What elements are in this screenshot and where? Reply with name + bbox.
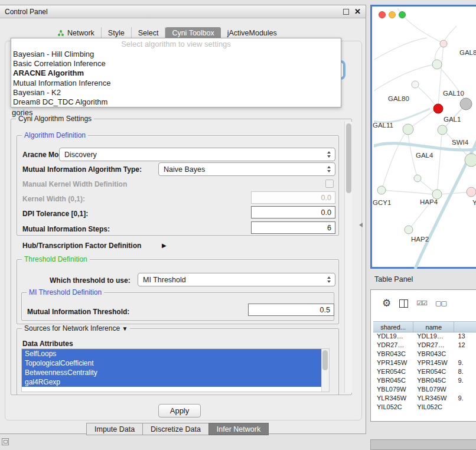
cell[interactable]: 8. <box>454 368 476 375</box>
node-label[interactable]: GAL8 <box>459 49 476 56</box>
attribute-item-selected[interactable]: BetweennessCentrality <box>22 368 322 377</box>
columns-icon[interactable] <box>399 299 408 308</box>
dropdown-item[interactable]: Bayesian - Hill Climbing <box>11 50 341 59</box>
node-label[interactable]: GAL10 <box>443 90 464 97</box>
gear-icon[interactable]: ⚙ <box>382 298 391 308</box>
tab-cyni-toolbox[interactable]: Cyni Toolbox <box>165 27 220 39</box>
node-label[interactable]: SWI4 <box>452 139 468 146</box>
cell[interactable]: YER054C <box>413 368 454 375</box>
cell[interactable]: YBR045C <box>413 377 454 384</box>
node-label[interactable]: GCY1 <box>373 199 391 206</box>
aracne-mode-combobox[interactable]: Discovery <box>59 148 335 161</box>
node[interactable] <box>432 190 442 199</box>
dropdown-item[interactable]: Dream8 DC_TDC Algorithm <box>11 97 341 107</box>
panel-collapse-handle-icon[interactable] <box>359 223 363 227</box>
column-header-name[interactable]: name <box>413 322 454 332</box>
attribute-item-selected[interactable]: SelfLoops <box>22 349 322 358</box>
node-label[interactable]: GAL4 <box>416 152 433 159</box>
minimize-window-button[interactable] <box>389 11 396 18</box>
cell[interactable]: YDR27… <box>413 341 454 348</box>
cell[interactable]: YLR345W <box>413 394 454 402</box>
table-row[interactable]: YDR27… YDR27… 12 <box>373 340 476 349</box>
cell[interactable]: YDL19… <box>413 332 454 340</box>
dropdown-item[interactable]: Bayesian - K2 <box>11 88 341 97</box>
node-label[interactable]: Y <box>472 199 476 206</box>
cell[interactable]: YIL052C <box>413 403 454 410</box>
node[interactable] <box>440 40 447 47</box>
cell[interactable]: YPR145W <box>373 359 413 366</box>
table-row[interactable]: YLR345W YLR345W 9. <box>373 393 476 402</box>
tab-style[interactable]: Style <box>102 27 132 39</box>
node[interactable] <box>405 226 413 234</box>
kernel-width-field[interactable]: 0.0 <box>251 191 335 204</box>
scrollbar-thumb[interactable] <box>346 123 351 193</box>
which-threshold-combobox[interactable]: MI Threshold <box>138 273 335 286</box>
node-label[interactable]: GAL1 <box>444 116 461 123</box>
restore-panel-icon[interactable] <box>2 438 9 445</box>
attribute-list-scrollbar[interactable] <box>321 349 329 392</box>
table-row[interactable]: YBR045C YBR045C 9. <box>373 376 476 384</box>
node-label[interactable]: HAP4 <box>420 198 438 206</box>
scrollbar-thumb[interactable] <box>322 350 328 370</box>
dropdown-item-selected[interactable]: ARACNE Algorithm <box>11 69 341 78</box>
node-label[interactable]: GAL80 <box>388 95 409 102</box>
tab-discretize-data[interactable]: Discretize Data <box>142 423 209 435</box>
node[interactable] <box>414 175 421 182</box>
cell[interactable]: YBL079W <box>373 386 413 393</box>
cell[interactable]: 13 <box>454 332 476 340</box>
node[interactable] <box>377 186 386 194</box>
cell[interactable]: YPR145W <box>413 359 454 366</box>
mi-type-combobox[interactable]: Naive Bayes <box>158 162 335 176</box>
table-row[interactable]: YBL079W YBL079W <box>373 384 476 393</box>
node-selected-red[interactable] <box>433 104 443 113</box>
mi-threshold-field[interactable]: 0.5 <box>248 304 334 316</box>
attribute-item-selected[interactable]: TopologicalCoefficient <box>22 358 322 368</box>
tab-network[interactable]: Network <box>51 27 102 39</box>
cell[interactable]: 9. <box>454 394 476 402</box>
cell[interactable]: YDL19… <box>373 332 413 340</box>
cell[interactable]: 9. <box>454 377 476 384</box>
close-icon[interactable]: ✕ <box>354 8 361 15</box>
column-header-shared[interactable]: shared... <box>373 322 413 332</box>
cell[interactable]: 12 <box>454 341 476 348</box>
zoom-window-button[interactable] <box>399 11 406 18</box>
node[interactable] <box>438 125 447 135</box>
settings-scrollbar[interactable] <box>344 122 352 393</box>
node-label[interactable]: HAP2 <box>411 236 429 243</box>
table-row[interactable]: YER054C YER054C 8. <box>373 367 476 376</box>
tab-jactivemodules[interactable]: jActiveModules <box>221 27 283 39</box>
cell[interactable]: YDR27… <box>373 341 413 348</box>
mi-steps-field[interactable]: 6 <box>251 221 335 234</box>
cell[interactable]: YLR345W <box>373 394 413 402</box>
show-unselected-icon[interactable]: ▢▢ <box>435 299 446 307</box>
node[interactable] <box>465 154 476 167</box>
node[interactable] <box>432 60 442 69</box>
cell[interactable]: YBR045C <box>373 377 413 384</box>
node-gray[interactable] <box>460 98 472 110</box>
cell[interactable]: YBR043C <box>373 350 413 357</box>
table-row[interactable]: YPR145W YPR145W 9. <box>373 358 476 367</box>
column-header-extra[interactable] <box>454 322 476 332</box>
table-row[interactable]: YIL052C YIL052C <box>373 402 476 411</box>
node[interactable] <box>412 81 419 88</box>
apply-button[interactable]: Apply <box>158 404 201 418</box>
sources-expander-icon[interactable]: ▼ <box>122 325 128 332</box>
dropdown-item[interactable]: Mutual Information Inference <box>11 79 341 88</box>
tab-infer-network[interactable]: Infer Network <box>208 423 269 435</box>
dropdown-item[interactable]: Basic Correlation Inference <box>11 59 341 69</box>
table-row[interactable]: YDL19… YDL19… 13 <box>373 331 476 340</box>
cell[interactable]: YER054C <box>373 368 413 375</box>
hub-expander-icon[interactable]: ▶ <box>162 242 167 249</box>
node[interactable] <box>467 187 476 197</box>
tab-select[interactable]: Select <box>132 27 166 39</box>
cell[interactable]: YBL079W <box>413 386 454 393</box>
show-selected-icon[interactable]: ☑☑ <box>416 299 427 307</box>
node-label[interactable]: GAL11 <box>373 122 393 129</box>
cell[interactable]: YBR043C <box>413 350 454 357</box>
attribute-item-selected[interactable]: gal4RGexp <box>22 377 322 387</box>
tab-impute-data[interactable]: Impute Data <box>86 423 143 435</box>
node[interactable] <box>403 124 413 135</box>
manual-kernel-checkbox[interactable] <box>325 180 334 188</box>
float-panel-icon[interactable] <box>343 9 349 15</box>
cell[interactable]: 9. <box>454 359 476 366</box>
